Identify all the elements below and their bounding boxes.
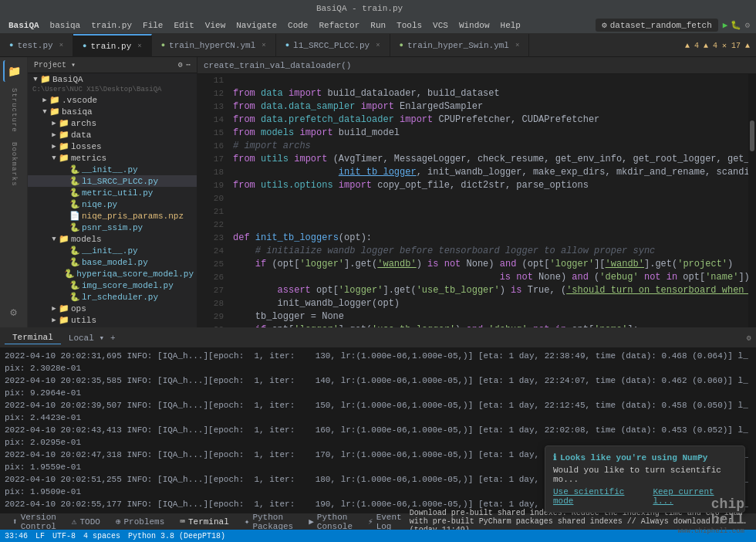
project-panel: Project ▾ ⚙ ⋯ ▼ 📁 BasiQA C:\Users\NUC X1… xyxy=(28,57,197,327)
tree-item-lr-scheduler[interactable]: 🐍 lr_scheduler.py xyxy=(28,291,197,303)
tree-item-losses[interactable]: ▶ 📁 losses xyxy=(28,141,197,152)
tab-icon-trainpy: ● xyxy=(83,42,86,50)
tree-item-metrics[interactable]: ▼ 📁 metrics xyxy=(28,152,197,164)
menu-vcs[interactable]: VCS xyxy=(427,19,454,32)
menu-view[interactable]: View xyxy=(200,19,231,32)
menubar: BasiQA basiqa train.py File Edit View Na… xyxy=(0,17,756,34)
bnav-terminal[interactable]: ⌨ Terminal xyxy=(172,515,236,528)
tab-close-l1srcc[interactable]: × xyxy=(376,42,380,49)
bnav-problems[interactable]: ⊕ Problems xyxy=(108,515,172,528)
code-editor[interactable]: from data import build_dataloader, build… xyxy=(228,74,748,327)
project-settings-icon[interactable]: ⚙ xyxy=(178,60,183,69)
run-button[interactable]: ▶ xyxy=(723,20,728,30)
tree-item-ops[interactable]: ▶ 📁 ops xyxy=(28,303,197,314)
menu-refactor[interactable]: Refactor xyxy=(313,19,365,32)
scrollbar[interactable] xyxy=(748,74,756,327)
tab-close-traincn[interactable]: × xyxy=(262,42,265,49)
notification-popup: ℹ Looks like you're using NumPy Would yo… xyxy=(545,445,745,513)
tab-terminal[interactable]: Terminal xyxy=(5,331,61,344)
project-gear-icon[interactable]: ⋯ xyxy=(186,60,191,69)
tab-traincn[interactable]: ● train_hyperCN.yml × xyxy=(152,34,276,57)
tab-trainpy[interactable]: ● train.py × xyxy=(73,34,152,57)
statusbar: 33:46 LF UTF-8 4 spaces Python 3.8 (Deep… xyxy=(0,530,756,542)
menu-file[interactable]: File xyxy=(137,19,168,32)
window-title: BasiQA - train.py xyxy=(15,4,704,13)
menu-code[interactable]: Code xyxy=(282,19,313,32)
tree-item-base-model[interactable]: 🐍 base_model.py xyxy=(28,256,197,268)
tree-item-img-score[interactable]: 🐍 img_score_model.py xyxy=(28,279,197,291)
tree-item-models[interactable]: ▼ 📁 models xyxy=(28,233,197,245)
menu-navigate[interactable]: Navigate xyxy=(231,19,282,32)
project-panel-header: Project ▾ ⚙ ⋯ xyxy=(28,57,197,73)
term-line-3: 2022-04-10 20:02:39,507 INFO: [IQA_h...]… xyxy=(5,399,751,424)
status-line-col: 33:46 xyxy=(5,532,28,540)
tab-close-testpy[interactable]: × xyxy=(59,42,63,49)
activity-project-icon[interactable]: 📁 xyxy=(3,60,25,82)
project-tree: ▼ 📁 BasiQA C:\Users\NUC X15\Desktop\Basi… xyxy=(28,73,197,327)
line-numbers: 11 12 13 14 15 16 17 18 19 20 21 22 23 2… xyxy=(197,74,228,327)
tab-close-trainpy[interactable]: × xyxy=(137,42,141,50)
menu-trainpy[interactable]: train.py xyxy=(86,19,137,32)
tab-close-trainswin[interactable]: × xyxy=(515,42,519,49)
term-line-2: 2022-04-10 20:02:35,585 INFO: [IQA_h...]… xyxy=(5,374,751,399)
activity-structure-icon[interactable]: Structure xyxy=(3,85,25,136)
tab-icon-l1srcc: ● xyxy=(285,42,289,49)
event-log-icon: ⚡ xyxy=(368,517,373,527)
menu-help[interactable]: Help xyxy=(495,19,526,32)
notification-action1[interactable]: Use scientific mode xyxy=(553,487,646,506)
menu-tools[interactable]: Tools xyxy=(391,19,427,32)
notification-title: Looks like you're using NumPy xyxy=(560,453,707,462)
activity-settings-icon[interactable]: ⚙ xyxy=(3,301,25,323)
dataset-fetch-icon: ⚙ xyxy=(602,20,607,30)
tree-item-metric-util[interactable]: 🐍 metric_util.py xyxy=(28,187,197,198)
status-indent: 4 spaces xyxy=(83,532,120,540)
debug-button[interactable]: 🐛 xyxy=(731,20,741,30)
bnav-todo[interactable]: ⚠ TODO xyxy=(64,515,108,528)
editor-area: create_train_val_dataloader() 11 12 13 1… xyxy=(197,57,756,327)
tree-path: C:\Users\NUC X15\Desktop\BasiQA xyxy=(28,85,197,94)
tree-item-l1srcc[interactable]: 🐍 l1_SRCC_PLCC.py xyxy=(28,175,197,187)
tree-root-basiqa[interactable]: ▼ 📁 BasiQA xyxy=(28,73,197,85)
terminal-icon: ⌨ xyxy=(180,517,185,527)
status-encoding: UTF-8 xyxy=(52,532,76,540)
tree-item-npz[interactable]: 📄 niqe_pris_params.npz xyxy=(28,210,197,222)
tree-item-data[interactable]: ▶ 📁 data xyxy=(28,129,197,141)
menu-basiqa2[interactable]: basiqa xyxy=(45,19,86,32)
terminal-local-label: Local ▾ xyxy=(69,333,104,343)
tree-item-archs[interactable]: ▶ 📁 archs xyxy=(28,117,197,129)
problems-icon: ⊕ xyxy=(116,517,121,527)
tree-item-vscode[interactable]: ▶ 📁 .vscode xyxy=(28,94,197,106)
tab-trainswin[interactable]: ● train_hyper_Swin.yml × xyxy=(390,34,530,57)
tree-label-root: BasiQA xyxy=(52,75,83,84)
tree-item-niqe[interactable]: 🐍 niqe.py xyxy=(28,198,197,210)
tab-l1srcc[interactable]: ● l1_SRCC_PLCC.py × xyxy=(276,34,390,57)
tab-icon-testpy: ● xyxy=(9,42,13,49)
menu-window[interactable]: Window xyxy=(454,19,495,32)
tree-item-init-models[interactable]: 🐍 __init__.py xyxy=(28,245,197,256)
python-console-icon: ▶ xyxy=(309,517,314,527)
notification-body: Would you like to turn scientific mo... xyxy=(553,466,737,484)
bottom-nav: ⬆ Version Control ⚠ TODO ⊕ Problems ⌨ Te… xyxy=(0,513,756,530)
tab-testpy[interactable]: ● test.py × xyxy=(0,34,73,57)
menu-basiqa[interactable]: BasiQA xyxy=(3,19,45,32)
python-packages-icon: ✦ xyxy=(245,517,250,527)
menu-run[interactable]: Run xyxy=(365,19,391,32)
terminal-tabbar: Terminal Local ▾ + ⚙ xyxy=(0,328,756,348)
term-line-1: 2022-04-10 20:02:31,695 INFO: [IQA_h...]… xyxy=(5,350,751,374)
tree-item-basiqa[interactable]: ▼ 📁 basiqa xyxy=(28,106,197,117)
tab-icon-traincn: ● xyxy=(161,42,165,49)
terminal-add-button[interactable]: + xyxy=(107,334,119,343)
tree-item-hyperiqa[interactable]: 🐍 hyperiqa_score_model.py xyxy=(28,268,197,279)
tree-item-init-metrics[interactable]: 🐍 __init__.py xyxy=(28,164,197,175)
settings-icon[interactable]: ⚙ xyxy=(744,20,750,30)
tab-icon-trainswin: ● xyxy=(400,42,403,49)
todo-icon: ⚠ xyxy=(72,517,77,527)
tree-item-utils[interactable]: ▶ 📁 utils xyxy=(28,314,197,326)
vc-icon: ⬆ xyxy=(12,517,18,527)
terminal-settings-icon[interactable]: ⚙ xyxy=(747,334,751,343)
notification-header: ℹ Looks like you're using NumPy xyxy=(553,452,737,462)
tree-item-psnr[interactable]: 🐍 psnr_ssim.py xyxy=(28,222,197,233)
menu-edit[interactable]: Edit xyxy=(168,19,199,32)
editor-content[interactable]: 11 12 13 14 15 16 17 18 19 20 21 22 23 2… xyxy=(197,74,756,327)
activity-bookmarks-icon[interactable]: Bookmarks xyxy=(3,139,25,190)
